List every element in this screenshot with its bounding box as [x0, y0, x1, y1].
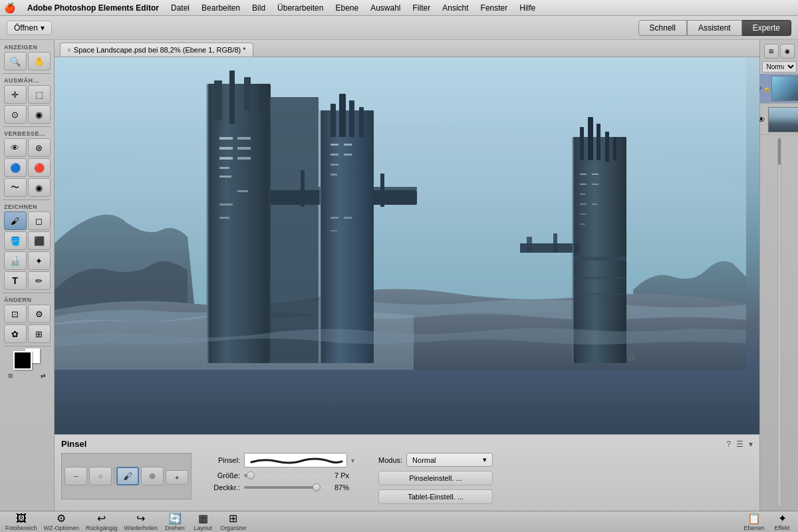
transform-tools-2: ✿ ⊞ [0, 324, 54, 344]
improve-tools-2: 🔵 🔴 [0, 158, 54, 178]
bottom-effekt[interactable]: ✦ Effekt [769, 511, 795, 532]
paint-bucket-tool[interactable]: 🪣 [4, 231, 27, 250]
menu-bar: 🍎 Adobe Photoshop Elements Editor Datei … [0, 0, 798, 16]
brush-size-slider[interactable] [244, 474, 331, 477]
open-label: Öffnen [14, 23, 38, 33]
apple-icon[interactable]: 🍎 [4, 3, 15, 13]
mode-assistent[interactable]: Assistent [687, 20, 742, 36]
pencil-tool[interactable]: ✏ [28, 271, 51, 290]
improve-tools-3: 〜 ◉ [0, 178, 54, 198]
layers-scrollbar-thumb[interactable] [778, 138, 781, 165]
preset-btn-3[interactable]: 🖌 [116, 467, 139, 485]
liquify-tool[interactable]: ⊞ [28, 325, 51, 343]
mode-schnell[interactable]: Schnell [638, 20, 687, 36]
top-toolbar: Öffnen ▾ Schnell Assistent Experte [0, 16, 798, 40]
menu-hilfe[interactable]: Hilfe [514, 2, 541, 14]
wz-label: WZ-Optionen [44, 525, 80, 531]
sponge-tool[interactable]: ◉ [28, 178, 51, 197]
move-tool[interactable]: ✛ [4, 85, 27, 104]
clone-tool[interactable]: 🔵 [4, 158, 27, 177]
eyedropper-tool[interactable]: 👁 [4, 138, 27, 157]
anzeigen-tools: 🔍 ✋ [0, 51, 54, 71]
zoom-tool[interactable]: 🔍 [4, 52, 27, 70]
brush-opacity-slider[interactable] [244, 486, 331, 489]
menu-datei[interactable]: Datei [166, 2, 195, 14]
menu-filter[interactable]: Filter [408, 2, 436, 14]
menu-auswahl[interactable]: Auswahl [365, 2, 406, 14]
lasso-tool[interactable]: ⊙ [4, 105, 27, 124]
layer-blend-mode[interactable]: Normal [762, 61, 797, 72]
layout-label: Layout [194, 525, 212, 531]
brush-tool[interactable]: 🖌 [4, 211, 27, 230]
color-picker-tool[interactable]: 🔬 [4, 251, 27, 270]
bottom-layout[interactable]: ▦ Layout [190, 511, 216, 532]
layout-icon: ▦ [198, 512, 208, 525]
crop-tool[interactable]: ⊡ [4, 305, 27, 323]
preset-btn-5[interactable]: ✦ [166, 470, 188, 485]
hand-tool[interactable]: ✋ [28, 52, 51, 70]
shape-tool[interactable]: ⬛ [28, 231, 51, 250]
brush-options-panel: Pinsel ? ☰ ▾ ∼ ○ 🖌 ⊕ ✦ Pinsel: [55, 434, 759, 511]
panel-icon-1[interactable]: ⊞ [764, 44, 779, 59]
bottom-wiederholen[interactable]: ↪ Wiederholen [122, 511, 161, 532]
svg-rect-63 [55, 57, 746, 370]
stamp-tool[interactable]: 🔴 [28, 158, 51, 177]
preset-btn-4[interactable]: ⊕ [141, 467, 164, 485]
swap-colors-icon[interactable]: ⇄ [41, 372, 46, 379]
eraser-tool[interactable]: ◻ [28, 211, 51, 230]
menu-fenster[interactable]: Fenster [475, 2, 513, 14]
bottom-drehen[interactable]: 🔄 Drehen [162, 511, 188, 532]
panel-icon-2[interactable]: ◉ [780, 44, 795, 59]
smart-brush-tool[interactable]: ✦ [28, 251, 51, 270]
marquee-tool[interactable]: ⬚ [28, 85, 51, 104]
preset-btn-2[interactable]: ○ [89, 467, 112, 485]
preset-btn-1[interactable]: ∼ [65, 467, 87, 485]
bottom-organizer[interactable]: ⊞ Organizer [217, 511, 249, 532]
modus-dropdown-icon: ▾ [483, 456, 487, 464]
menu-ansicht[interactable]: Ansicht [437, 2, 473, 14]
layer-thumbnail-2[interactable] [768, 107, 799, 132]
menu-ebene[interactable]: Ebene [330, 2, 364, 14]
painting-canvas[interactable] [55, 57, 759, 497]
tab-close-icon[interactable]: × [67, 47, 71, 54]
brush-presets-area: ∼ ○ 🖌 ⊕ ✦ [61, 453, 192, 499]
canvas-wrapper[interactable] [55, 57, 759, 497]
menu-bearbeiten[interactable]: Bearbeiten [196, 2, 245, 14]
bottom-toolbar: 🖼 Fotobereich ⚙ WZ-Optionen ↩ Rückgängig… [0, 511, 798, 532]
bottom-rueckgaengig[interactable]: ↩ Rückgängig [83, 511, 120, 532]
divider-4 [3, 293, 51, 293]
brush-size-value: 7 Px [334, 471, 349, 479]
recompose-tool[interactable]: ⚙ [28, 305, 51, 323]
layers-scrollbar[interactable] [777, 138, 781, 507]
bottom-fotobereich[interactable]: 🖼 Fotobereich [3, 511, 40, 533]
mode-experte[interactable]: Experte [742, 20, 791, 36]
menu-ueberarbeiten[interactable]: Überarbeiten [272, 2, 329, 14]
brush-expand-icon[interactable]: ▾ [749, 440, 753, 449]
healing-tool[interactable]: ⊛ [28, 138, 51, 157]
pinseleinstell-button[interactable]: Pinseleinstell. ... [378, 471, 493, 485]
ebenen-icon: 📋 [747, 512, 761, 525]
draw-tools-2: 🪣 ⬛ [0, 231, 54, 251]
default-colors-icon[interactable]: ⊞ [8, 372, 13, 379]
layer-thumbnail-1[interactable] [771, 76, 799, 101]
brush-help-icon[interactable]: ? [726, 440, 731, 449]
canvas-tab[interactable]: × Space Landscape.psd bei 88,2% (Ebene 1… [60, 43, 253, 57]
open-button[interactable]: Öffnen ▾ [7, 21, 52, 35]
open-dropdown-arrow: ▾ [41, 23, 45, 33]
smudge-tool[interactable]: 〜 [4, 178, 27, 197]
app-name-menu[interactable]: Adobe Photoshop Elements Editor [22, 2, 164, 14]
quick-select-tool[interactable]: ◉ [28, 105, 51, 124]
brush-preview-box[interactable] [244, 453, 347, 467]
text-tool[interactable]: T [4, 271, 27, 290]
divider-2 [3, 126, 51, 127]
menu-bild[interactable]: Bild [247, 2, 271, 14]
brush-dropdown-arrow[interactable]: ▾ [351, 457, 354, 464]
effect-brush-tool[interactable]: ✿ [4, 325, 27, 343]
bottom-wz-optionen[interactable]: ⚙ WZ-Optionen [41, 511, 82, 532]
tablet-button[interactable]: Tablet-Einstell. ... [378, 489, 493, 504]
layer-row-2[interactable]: 👁 [755, 105, 799, 135]
bottom-ebenen[interactable]: 📋 Ebenen [741, 511, 767, 532]
brush-list-icon[interactable]: ☰ [736, 440, 743, 449]
foreground-color-swatch[interactable] [13, 351, 32, 370]
modus-select[interactable]: Normal ▾ [406, 453, 493, 467]
